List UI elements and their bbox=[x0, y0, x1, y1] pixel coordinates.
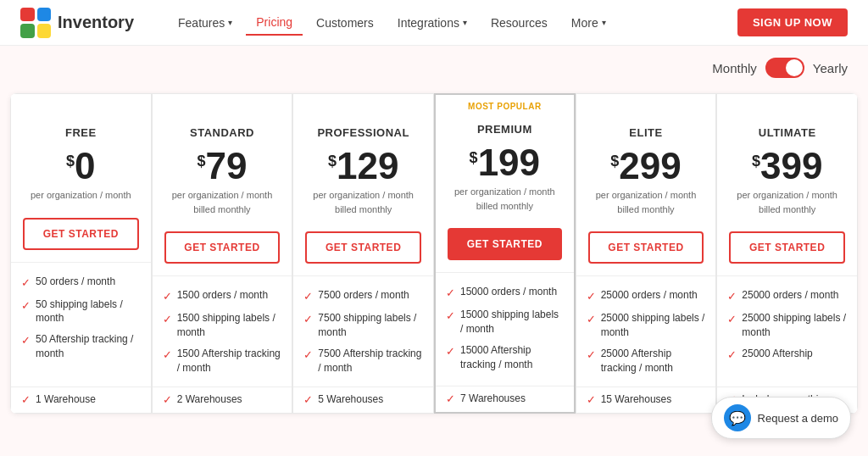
check-icon: ✓ bbox=[303, 348, 313, 363]
price-amount: 299 bbox=[619, 147, 681, 185]
plan-billing-premium: per organization / monthbilled monthly bbox=[436, 183, 574, 221]
feature-item: ✓50 shipping labels / month bbox=[21, 298, 141, 326]
feature-item: ✓25000 orders / month bbox=[727, 288, 847, 304]
monthly-label: Monthly bbox=[712, 61, 757, 75]
feature-text: 15000 Aftership tracking / month bbox=[460, 343, 564, 372]
plan-divider bbox=[436, 272, 574, 273]
check-icon: ✓ bbox=[21, 393, 31, 406]
integrations-caret-icon: ▾ bbox=[463, 18, 467, 27]
feature-item: ✓7500 shipping labels / month bbox=[303, 311, 423, 340]
plan-col-ultimate: ULTIMATE$399per organization / monthbill… bbox=[716, 93, 858, 414]
plan-name-ultimate: ULTIMATE bbox=[717, 118, 857, 142]
logo-sq-yellow bbox=[37, 24, 52, 38]
cta-button-premium[interactable]: GET STARTED bbox=[448, 228, 562, 260]
billing-toggle[interactable] bbox=[765, 58, 804, 78]
features-caret-icon: ▾ bbox=[228, 18, 232, 27]
brand-name: Inventory bbox=[58, 13, 134, 32]
feature-item: ✓25000 shipping labels / month bbox=[587, 311, 706, 340]
dollar-sign: $ bbox=[66, 153, 75, 170]
feature-text: 25000 Aftership tracking / month bbox=[601, 347, 706, 375]
feature-item: ✓7500 Aftership tracking / month bbox=[303, 347, 423, 375]
feature-item: ✓50 orders / month bbox=[21, 275, 141, 291]
nav-integrations[interactable]: Integrations ▾ bbox=[387, 11, 477, 35]
cta-button-standard[interactable]: GET STARTED bbox=[164, 231, 281, 264]
plan-features-free: ✓50 orders / month✓50 shipping labels / … bbox=[11, 270, 151, 387]
feature-text: 1500 shipping labels / month bbox=[177, 311, 282, 340]
nav-resources[interactable]: Resources bbox=[481, 11, 558, 35]
feature-text: 15000 orders / month bbox=[460, 285, 557, 299]
plan-divider bbox=[717, 275, 857, 276]
cta-button-ultimate[interactable]: GET STARTED bbox=[729, 231, 845, 264]
plan-billing-elite: per organization / monthbilled monthly bbox=[576, 186, 716, 225]
feature-item: ✓1500 Aftership tracking / month bbox=[163, 347, 282, 375]
price-amount: 399 bbox=[760, 147, 822, 185]
check-icon: ✓ bbox=[587, 312, 596, 327]
check-icon: ✓ bbox=[21, 298, 31, 314]
plan-price-free: $0 bbox=[11, 142, 151, 186]
plan-price-professional: $129 bbox=[293, 142, 433, 186]
plan-col-standard: STANDARD$79per organization / monthbille… bbox=[152, 93, 293, 414]
plan-billing-standard: per organization / monthbilled monthly bbox=[153, 186, 292, 225]
feature-item: ✓1500 orders / month bbox=[163, 288, 282, 304]
pricing-table: FREE$0per organization / monthGET STARTE… bbox=[10, 93, 858, 414]
feature-item: ✓15000 shipping labels / month bbox=[446, 308, 564, 336]
feature-text: 50 shipping labels / month bbox=[36, 298, 141, 326]
nav-customers[interactable]: Customers bbox=[306, 11, 384, 35]
feature-text: 25000 shipping labels / month bbox=[601, 311, 706, 340]
feature-item: ✓25000 orders / month bbox=[587, 288, 706, 304]
price-amount: 0 bbox=[75, 147, 95, 185]
price-amount: 199 bbox=[478, 144, 540, 181]
check-icon: ✓ bbox=[303, 312, 313, 327]
feature-text: 15000 shipping labels / month bbox=[460, 308, 564, 336]
plan-name-premium: PREMIUM bbox=[436, 114, 574, 139]
footer-text: 1 Warehouse bbox=[36, 393, 96, 405]
feature-text: 25000 shipping labels / month bbox=[742, 311, 847, 340]
check-icon: ✓ bbox=[21, 333, 31, 348]
feature-item: ✓7500 orders / month bbox=[303, 288, 423, 304]
plan-billing-ultimate: per organization / monthbilled monthly bbox=[717, 186, 857, 225]
logo-sq-green bbox=[20, 24, 35, 38]
logo-sq-red bbox=[20, 8, 35, 22]
signup-button[interactable]: SIGN UP NOW bbox=[737, 8, 848, 36]
plan-billing-free: per organization / month bbox=[11, 186, 151, 211]
footer-text: 5 Warehouses bbox=[318, 393, 383, 405]
nav-features[interactable]: Features ▾ bbox=[168, 11, 242, 35]
navbar: Inventory Features ▾ Pricing Customers I… bbox=[0, 0, 868, 46]
footer-text: 2 Warehouses bbox=[177, 393, 242, 405]
feature-text: 50 Aftership tracking / month bbox=[36, 332, 141, 361]
plan-footer-standard: ✓2 Warehouses bbox=[153, 386, 292, 413]
plan-features-elite: ✓25000 orders / month✓25000 shipping lab… bbox=[576, 283, 716, 386]
pricing-wrapper: FREE$0per organization / monthGET STARTE… bbox=[0, 83, 868, 431]
feature-item: ✓25000 shipping labels / month bbox=[727, 311, 847, 340]
cta-button-free[interactable]: GET STARTED bbox=[23, 218, 139, 250]
footer-text: 15 Warehouses bbox=[601, 393, 672, 405]
plan-features-premium: ✓15000 orders / month✓15000 shipping lab… bbox=[436, 280, 574, 386]
feature-item: ✓15000 Aftership tracking / month bbox=[446, 343, 564, 372]
feature-item: ✓25000 Aftership bbox=[727, 347, 847, 363]
plan-features-ultimate: ✓25000 orders / month✓25000 shipping lab… bbox=[717, 283, 857, 386]
plan-name-elite: ELITE bbox=[576, 118, 716, 142]
feature-text: 7500 Aftership tracking / month bbox=[318, 347, 423, 375]
plan-footer-professional: ✓5 Warehouses bbox=[293, 386, 433, 413]
request-demo-bubble[interactable]: 💬 Request a demo bbox=[711, 397, 851, 431]
most-popular-badge: MOST POPULAR bbox=[436, 95, 574, 114]
logo[interactable]: Inventory bbox=[20, 8, 134, 38]
nav-more[interactable]: More ▾ bbox=[561, 11, 616, 35]
demo-label: Request a demo bbox=[758, 412, 838, 425]
check-icon: ✓ bbox=[727, 312, 737, 327]
cta-button-elite[interactable]: GET STARTED bbox=[588, 231, 704, 264]
plan-billing-professional: per organization / monthbilled monthly bbox=[293, 186, 433, 225]
footer-text: 7 Warehouses bbox=[460, 392, 526, 404]
feature-item: ✓50 Aftership tracking / month bbox=[21, 332, 141, 361]
check-icon: ✓ bbox=[163, 348, 172, 363]
cta-button-professional[interactable]: GET STARTED bbox=[305, 231, 421, 264]
feature-item: ✓15000 orders / month bbox=[446, 285, 564, 301]
check-icon: ✓ bbox=[727, 289, 737, 304]
plan-price-ultimate: $399 bbox=[717, 142, 857, 186]
nav-pricing[interactable]: Pricing bbox=[246, 10, 303, 36]
feature-text: 50 orders / month bbox=[36, 275, 115, 289]
feature-item: ✓1500 shipping labels / month bbox=[163, 311, 282, 340]
plan-name-free: FREE bbox=[11, 118, 151, 142]
plan-name-standard: STANDARD bbox=[153, 118, 292, 142]
feature-text: 1500 orders / month bbox=[177, 288, 268, 303]
